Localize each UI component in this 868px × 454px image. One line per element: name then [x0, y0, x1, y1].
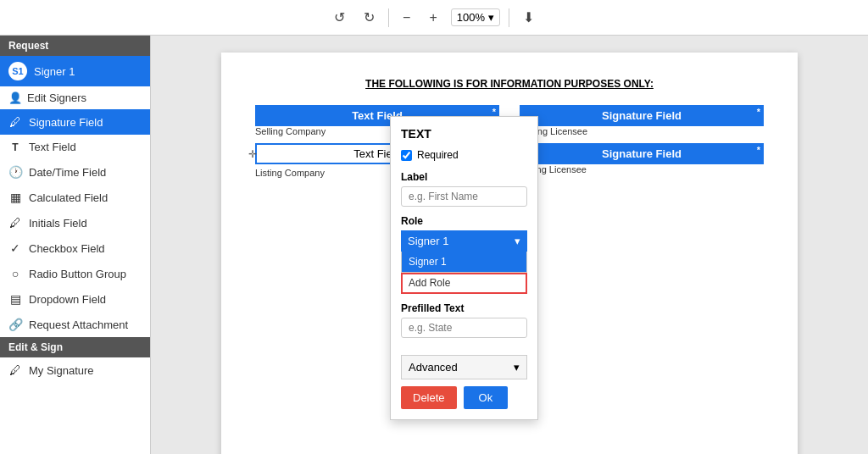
doc-col-right-1: Signature Field * Selling Licensee	[520, 105, 764, 138]
signature-field-button-1-label: Signature Field	[602, 109, 682, 122]
advanced-label: Advanced	[409, 361, 458, 374]
calculated-field-icon: ▦	[8, 191, 22, 204]
role-option-signer1[interactable]: Signer 1	[401, 252, 527, 273]
signature-field-label: Signature Field	[29, 116, 103, 129]
text-field-icon: T	[8, 141, 22, 153]
edit-signers-label: Edit Signers	[27, 91, 86, 104]
ok-button[interactable]: Ok	[464, 386, 509, 409]
sidebar-item-text-field[interactable]: T Text Field	[0, 135, 150, 159]
sidebar-item-my-signature[interactable]: 🖊 My Signature	[0, 357, 150, 383]
listing-licensee-label: Listing Licensee	[520, 164, 764, 174]
radio-button-group-label: Radio Button Group	[29, 268, 126, 280]
label-input[interactable]	[401, 186, 527, 207]
zoom-out-button[interactable]: −	[398, 7, 415, 29]
label-section-title: Label	[401, 171, 527, 183]
sidebar-item-datetime-field[interactable]: 🕐 Date/Time Field	[0, 159, 150, 185]
toolbar-separator2	[509, 8, 509, 27]
calculated-field-label: Calculated Field	[29, 191, 108, 204]
request-attachment-icon: 🔗	[8, 318, 22, 331]
checkbox-field-icon: ✓	[8, 241, 22, 255]
sidebar-item-request-attachment[interactable]: 🔗 Request Attachment	[0, 312, 150, 337]
signer-1-item[interactable]: S1 Signer 1	[0, 56, 150, 86]
role-option-add-role[interactable]: Add Role	[401, 273, 527, 294]
sidebar-item-signature-field[interactable]: 🖊 Signature Field	[0, 109, 150, 135]
zoom-level-text: 100%	[457, 11, 485, 24]
my-signature-label: My Signature	[29, 364, 94, 377]
selling-licensee-label: Selling Licensee	[520, 126, 764, 136]
sidebar-item-radio-button-group[interactable]: ○ Radio Button Group	[0, 261, 150, 286]
popup-title: TEXT	[401, 127, 527, 141]
toolbar: ↺ ↻ − + 100% ▾ ⬇	[0, 0, 868, 36]
edit-signers-item[interactable]: 👤 Edit Signers	[0, 86, 150, 109]
prefilled-section-title: Prefilled Text	[401, 302, 527, 314]
delete-button[interactable]: Delete	[401, 386, 457, 409]
document-area: THE FOLLOWING IS FOR INFORMATION PURPOSE…	[151, 36, 868, 454]
prefilled-input[interactable]	[401, 318, 527, 338]
dropdown-field-label: Dropdown Field	[29, 293, 106, 306]
zoom-in-button[interactable]: +	[424, 7, 442, 29]
signature-field-button-1[interactable]: Signature Field *	[520, 105, 764, 126]
field-move-handle[interactable]: ✛	[248, 148, 257, 160]
download-button[interactable]: ⬇	[518, 6, 539, 29]
main-area: Request S1 Signer 1 👤 Edit Signers 🖊 Sig…	[0, 36, 868, 454]
signer-name: Signer 1	[34, 65, 75, 78]
radio-button-group-icon: ○	[8, 267, 22, 280]
advanced-section[interactable]: Advanced ▾	[401, 355, 527, 379]
role-dropdown[interactable]: Signer 1 ▾	[401, 230, 527, 252]
edit-sign-header: Edit & Sign	[0, 337, 150, 357]
undo-button[interactable]: ↺	[329, 6, 350, 29]
role-section-title: Role	[401, 215, 527, 227]
dropdown-arrow-icon: ▾	[515, 235, 520, 247]
sidebar-item-calculated-field[interactable]: ▦ Calculated Field	[0, 185, 150, 210]
signature-field-button-2[interactable]: Signature Field *	[520, 143, 764, 164]
required-label[interactable]: Required	[417, 149, 459, 161]
redo-button[interactable]: ↻	[359, 6, 380, 29]
datetime-field-icon: 🕐	[8, 165, 22, 179]
my-signature-icon: 🖊	[8, 363, 22, 377]
datetime-field-label: Date/Time Field	[29, 166, 106, 179]
sidebar-item-dropdown-field[interactable]: ▤ Dropdown Field	[0, 286, 150, 312]
signer-avatar: S1	[8, 62, 27, 80]
toolbar-separator	[388, 8, 389, 27]
required-checkbox-row: Required	[401, 149, 527, 161]
signature-field-button-2-label: Signature Field	[602, 147, 682, 160]
text-field-label: Text Field	[29, 141, 76, 153]
required-asterisk-2: *	[757, 107, 760, 117]
zoom-display[interactable]: 100% ▾	[451, 8, 500, 26]
popup-footer: Delete Ok	[401, 386, 527, 409]
text-field-popup: TEXT Required Label Role Signer 1 ▾ Sign…	[390, 116, 538, 420]
document-banner: THE FOLLOWING IS FOR INFORMATION PURPOSE…	[255, 78, 764, 90]
request-attachment-label: Request Attachment	[29, 318, 128, 331]
initials-field-icon: 🖊	[8, 216, 22, 230]
advanced-icon: ▾	[514, 361, 520, 374]
sidebar-item-checkbox-field[interactable]: ✓ Checkbox Field	[0, 235, 150, 261]
dropdown-field-icon: ▤	[8, 292, 22, 306]
initials-field-label: Initials Field	[29, 217, 87, 230]
doc-col-right-2: Signature Field * Listing Licensee	[520, 143, 764, 176]
required-checkbox[interactable]	[401, 150, 412, 161]
required-asterisk-3: *	[757, 145, 760, 155]
zoom-dropdown-icon: ▾	[488, 11, 494, 24]
sidebar-item-initials-field[interactable]: 🖊 Initials Field	[0, 210, 150, 235]
role-selected-text: Signer 1	[408, 235, 448, 247]
edit-signers-icon: 👤	[8, 91, 22, 104]
signature-field-icon: 🖊	[8, 115, 22, 129]
request-header: Request	[0, 36, 150, 56]
checkbox-field-label: Checkbox Field	[29, 242, 105, 255]
sidebar: Request S1 Signer 1 👤 Edit Signers 🖊 Sig…	[0, 36, 151, 454]
